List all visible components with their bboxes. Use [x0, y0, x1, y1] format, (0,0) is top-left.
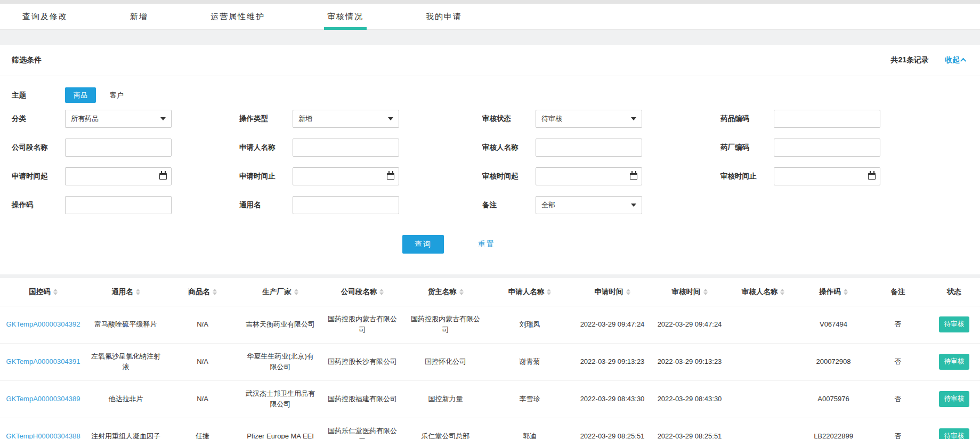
- column-header-申请时间[interactable]: 申请时间: [572, 278, 652, 306]
- filter-label: 备注: [482, 200, 536, 210]
- filter-cell-审核状态: 审核状态待审核: [482, 110, 720, 128]
- chevron-down-icon: [388, 117, 393, 120]
- text-input-审核人名称[interactable]: [536, 139, 642, 157]
- column-header-通用名[interactable]: 通用名: [86, 278, 165, 306]
- column-header-生产厂家[interactable]: 生产厂家: [240, 278, 321, 306]
- status-badge: 待审核: [939, 354, 970, 369]
- column-header-inner: 审核时间: [672, 287, 708, 297]
- tab-1[interactable]: 查询及修改: [19, 4, 71, 29]
- national-code-link[interactable]: GKTempA00000304392: [6, 320, 80, 328]
- topic-option-2[interactable]: 客户: [101, 87, 132, 103]
- date-input-申请时间止[interactable]: [293, 167, 399, 185]
- select-审核状态[interactable]: 待审核: [536, 110, 642, 128]
- calendar-icon[interactable]: [868, 173, 876, 180]
- table-row: GKTempA00000304391左氧氟沙星氯化钠注射液N/A华夏生生药业(北…: [0, 343, 980, 380]
- tab-2[interactable]: 新增: [127, 4, 151, 29]
- tab-3[interactable]: 运营属性维护: [207, 4, 268, 29]
- record-count: 共21条记录: [890, 55, 929, 65]
- column-header-备注: 备注: [868, 278, 928, 306]
- column-header-商品名[interactable]: 商品名: [165, 278, 240, 306]
- sort-up-icon: [379, 289, 384, 291]
- reset-button[interactable]: 重置: [478, 240, 495, 249]
- collapse-button[interactable]: 收起: [945, 55, 966, 65]
- national-code-link[interactable]: GKTempH00000304388: [6, 432, 80, 439]
- filter-panel: 筛选条件 共21条记录 收起 主题 商品客户 分类所有药品操作类型新增审核状态待…: [0, 45, 980, 274]
- sort-down-icon: [547, 292, 551, 295]
- calendar-icon[interactable]: [630, 173, 637, 180]
- filter-field: 所有药品: [65, 110, 172, 128]
- select-分类[interactable]: 所有药品: [65, 110, 172, 128]
- select-备注[interactable]: 全部: [536, 196, 642, 214]
- text-input-操作码[interactable]: [65, 196, 172, 214]
- cell-公司段名称: 国药控股内蒙古有限公司: [321, 306, 404, 343]
- date-input-审核时间止[interactable]: [774, 167, 880, 185]
- sort-icon: [379, 289, 384, 295]
- cell-货主名称: 乐仁堂公司总部: [404, 418, 487, 439]
- filter-cell-通用名: 通用名: [239, 196, 482, 214]
- filter-label: 操作类型: [239, 114, 293, 124]
- cell-审核时间: 2022-03-29 09:47:24: [652, 306, 727, 343]
- table-row: GKTempA00000304392富马酸喹硫平缓释片N/A吉林天衡药业有限公司…: [0, 306, 980, 343]
- national-code-link[interactable]: GKTempA00000304391: [6, 357, 80, 365]
- filter-label: 分类: [12, 114, 65, 124]
- filter-cell-操作码: 操作码: [12, 196, 239, 214]
- select-操作类型[interactable]: 新增: [293, 110, 399, 128]
- column-header-操作码[interactable]: 操作码: [799, 278, 868, 306]
- column-header-inner: 审核人名称: [742, 287, 785, 297]
- filter-label: 药品编码: [720, 114, 774, 124]
- text-input-药品编码[interactable]: [774, 110, 880, 128]
- filter-field: 新增: [293, 110, 399, 128]
- cell-操作码: LB22022899: [799, 418, 868, 439]
- status-badge: 待审核: [939, 428, 970, 439]
- filter-label: 审核时间止: [720, 172, 774, 181]
- sort-up-icon: [844, 289, 848, 291]
- cell-生产厂家: 吉林天衡药业有限公司: [240, 306, 321, 343]
- text-input-申请人名称[interactable]: [293, 139, 399, 157]
- filter-cell-操作类型: 操作类型新增: [239, 110, 482, 128]
- cell-国控码: GKTempA00000304392: [0, 306, 86, 343]
- sort-icon: [459, 289, 464, 295]
- table-row: GKTempA00000304389他达拉非片N/A武汉杰士邦卫生用品有限公司国…: [0, 380, 980, 418]
- filter-cell-empty: [720, 196, 964, 214]
- sort-up-icon: [213, 289, 217, 291]
- text-input-公司段名称[interactable]: [65, 139, 172, 157]
- search-button[interactable]: 查询: [402, 235, 444, 254]
- topic-option-1[interactable]: 商品: [65, 87, 96, 103]
- sort-icon: [844, 289, 848, 295]
- column-header-审核人名称[interactable]: 审核人名称: [727, 278, 799, 306]
- column-header-货主名称[interactable]: 货主名称: [404, 278, 487, 306]
- cell-通用名: 注射用重组人凝血因子: [86, 418, 165, 439]
- column-header-inner: 国控码: [29, 287, 58, 297]
- results-table-card: 国控码通用名商品名生产厂家公司段名称货主名称申请人名称申请时间审核时间审核人名称…: [0, 278, 980, 439]
- cell-通用名: 富马酸喹硫平缓释片: [86, 306, 165, 343]
- topic-row: 主题 商品客户: [12, 90, 968, 100]
- text-input-药厂编码[interactable]: [774, 139, 880, 157]
- calendar-icon[interactable]: [387, 173, 394, 180]
- sort-up-icon: [294, 289, 298, 291]
- tab-4[interactable]: 审核情况: [324, 4, 367, 29]
- date-input-申请时间起[interactable]: [65, 167, 172, 185]
- date-input-审核时间起[interactable]: [536, 167, 642, 185]
- column-header-审核时间[interactable]: 审核时间: [652, 278, 727, 306]
- chevron-down-icon: [631, 204, 636, 207]
- cell-申请人名称: 刘瑞凤: [487, 306, 572, 343]
- select-value: 待审核: [541, 114, 562, 124]
- filter-field: [774, 110, 880, 128]
- column-label: 审核时间: [672, 287, 701, 297]
- filter-cell-公司段名称: 公司段名称: [12, 139, 239, 157]
- calendar-icon[interactable]: [159, 173, 167, 180]
- cell-审核人名称: [727, 380, 799, 418]
- tab-5[interactable]: 我的申请: [423, 4, 465, 29]
- cell-操作码: A0075976: [799, 380, 868, 418]
- filter-panel-header: 筛选条件 共21条记录 收起: [0, 45, 980, 76]
- sort-down-icon: [780, 292, 784, 295]
- column-header-申请人名称[interactable]: 申请人名称: [487, 278, 572, 306]
- status-badge: 待审核: [939, 391, 970, 407]
- column-header-公司段名称[interactable]: 公司段名称: [321, 278, 404, 306]
- table-row: GKTempH00000304388注射用重组人凝血因子任捷Pfizer Eur…: [0, 418, 980, 439]
- cell-通用名: 左氧氟沙星氯化钠注射液: [86, 343, 165, 380]
- text-input-通用名[interactable]: [293, 196, 399, 214]
- national-code-link[interactable]: GKTempA00000304389: [6, 395, 80, 403]
- filter-cell-药厂编码: 药厂编码: [720, 139, 964, 157]
- column-header-国控码[interactable]: 国控码: [0, 278, 86, 306]
